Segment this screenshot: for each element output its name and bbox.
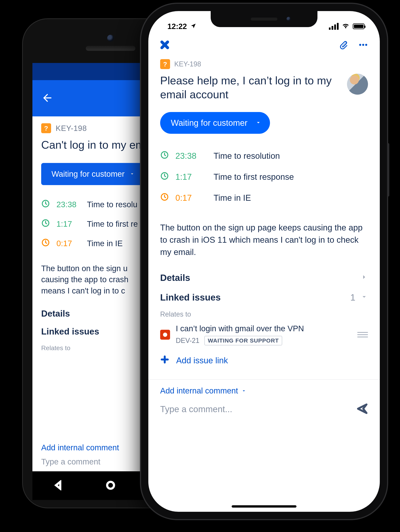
sla-time: 23:38 [56,200,87,209]
sla-label: Time to first re [87,219,138,228]
chevron-right-icon [360,272,368,283]
more-menu-icon[interactable] [358,40,368,51]
sla-label: Time to resolu [87,200,137,209]
ios-nav-bar [148,34,380,55]
android-front-camera [107,35,114,42]
linked-issues-label: Linked issues [160,292,221,303]
sla-row: 0:17 Time in IE [160,193,368,203]
status-right [329,22,364,31]
send-icon[interactable] [357,403,368,415]
iphone-notch [211,11,317,27]
sla-time: 0:17 [56,239,87,248]
close-button[interactable] [160,40,170,51]
sla-label: Time to first response [214,172,294,182]
svg-point-5 [359,44,361,46]
sla-label: Time in IE [87,239,123,248]
issue-key: KEY-198 [56,124,87,133]
details-label: Details [160,272,190,283]
linked-count-value: 1 [350,292,355,303]
sla-row: 23:38 Time to resolution [160,151,368,161]
android-home-button[interactable] [105,480,116,491]
iphone-screen: 12:22 [148,11,380,512]
bug-icon [160,330,170,340]
clock-icon [160,151,175,161]
add-issue-link-label: Add issue link [176,356,228,365]
svg-point-6 [362,44,364,46]
iphone-frame: 12:22 [141,4,387,519]
ios-issue-content: ? KEY-198 Please help me, I can’t log in… [148,55,380,380]
reporter-avatar[interactable] [347,74,368,95]
comment-input[interactable] [160,404,357,414]
ios-issue-key-row: ? KEY-198 [160,59,368,69]
add-internal-comment-label: Add internal comment [160,386,238,395]
linked-issue-meta: DEV-21 WAITING FOR SUPPORT [176,336,351,345]
back-arrow-icon[interactable] [41,92,53,105]
status-label: Waiting for customer [171,118,247,128]
ios-sla-list: 23:38 Time to resolution 1:17 Time to fi… [160,151,368,203]
clock-icon [160,193,175,203]
nav-actions [338,40,368,51]
linked-issue-row[interactable]: I can’t login with gmail over the VPN DE… [160,324,368,345]
status-label: Waiting for customer [51,170,125,179]
sla-time: 1:17 [56,219,87,228]
clock-icon [41,219,56,229]
drag-handle-icon[interactable] [357,332,368,337]
sla-label: Time in IE [214,193,251,203]
linked-issue-status: WAITING FOR SUPPORT [204,336,282,345]
sla-time: 23:38 [175,151,214,161]
title-row: Please help me, I can’t log in to my ema… [160,74,368,101]
sla-time: 0:17 [175,193,214,203]
sla-label: Time to resolution [214,151,280,161]
chevron-down-icon [241,386,246,395]
location-icon [190,22,196,31]
iphone-side-button [387,143,389,196]
android-speaker-grill [86,46,135,51]
relates-to-label: Relates to [160,310,368,318]
linked-issue-summary: I can’t login with gmail over the VPN [176,324,351,333]
add-issue-link-button[interactable]: Add issue link [160,355,368,366]
details-section[interactable]: Details [160,272,368,283]
request-type-icon: ? [160,59,170,69]
clock-icon [160,171,175,182]
svg-point-7 [365,44,367,46]
chevron-down-icon [255,118,262,128]
chevron-down-icon [360,292,368,303]
home-indicator[interactable] [232,505,296,507]
linked-issue-main: I can’t login with gmail over the VPN DE… [176,324,351,345]
clock-icon [41,199,56,210]
battery-icon [353,24,364,29]
linked-issues-section[interactable]: Linked issues 1 [160,292,368,303]
cellular-signal-icon [329,23,338,30]
sla-time: 1:17 [175,172,214,182]
svg-point-3 [107,482,114,489]
clock-icon [41,238,56,249]
status-dropdown[interactable]: Waiting for customer [41,163,145,185]
linked-issues-count: 1 [350,292,368,303]
issue-key: KEY-198 [174,60,201,68]
attachment-icon[interactable] [338,40,349,51]
add-internal-comment-button[interactable]: Add internal comment [148,380,380,398]
issue-description: The button on the sign up page keeps cau… [160,222,368,258]
sla-row: 1:17 Time to first response [160,171,368,182]
clock-time: 12:22 [167,22,187,31]
chevron-down-icon [129,170,135,179]
plus-icon [160,355,169,366]
wifi-icon [342,22,350,31]
comment-input-row [148,398,380,427]
status-dropdown[interactable]: Waiting for customer [160,112,270,134]
status-left: 12:22 [167,22,196,31]
issue-title: Please help me, I can’t log in to my ema… [160,74,341,101]
request-type-icon: ? [41,123,51,133]
linked-issue-key: DEV-21 [176,337,199,345]
android-back-button[interactable] [53,480,64,491]
